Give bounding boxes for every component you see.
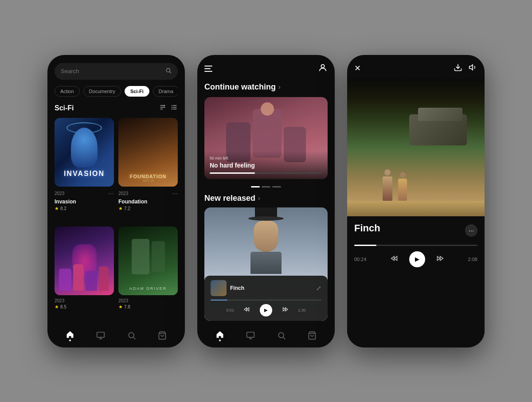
movie-rating-bp: ★8.5 [55,304,114,310]
new-released-title: New released [204,194,255,203]
movie-title-invasion: Invasion [55,199,114,205]
play-button-mini[interactable]: ▶ [260,304,272,316]
continue-progress-bar [210,172,255,174]
forward-10-button[interactable] [435,254,445,265]
movie-card-invasion[interactable]: 2023 ··· Invasion ★8.2 [55,118,114,222]
rewind-button[interactable] [243,305,251,315]
movie-year-foundation: 2023 [118,191,128,196]
svg-line-20 [283,337,286,339]
movie-still [347,79,485,216]
bottom-nav [55,324,178,347]
profile-icon[interactable] [318,63,328,74]
movie-year-driver: 2023 [118,298,128,303]
continue-movie-title: No hard feeling [210,162,322,169]
nav2-home[interactable] [215,330,224,341]
phone-3: ✕ [347,55,485,347]
nav-bag[interactable] [158,331,167,340]
full-player-controls: 00:24 ▶ 2:08 [354,251,477,267]
download-icon[interactable] [454,63,462,74]
svg-point-0 [166,68,170,72]
filter-icon[interactable] [159,104,166,113]
continue-watching-header: Continue watching › [204,82,328,92]
svg-point-19 [278,332,284,338]
finch-movie-card[interactable]: Finch ⤢ 0:01 ▶ [204,207,328,321]
chip-documentary[interactable]: Documentry [83,86,121,97]
nav-home[interactable] [66,330,74,341]
svg-line-1 [170,71,171,73]
section-header: Sci-Fi [55,104,178,113]
movie-year-bp: 2023 [55,298,64,303]
svg-point-6 [164,106,165,108]
svg-rect-13 [97,332,105,337]
new-released-arrow[interactable]: › [258,195,260,202]
dot-3 [272,186,281,187]
search-input[interactable] [61,68,162,74]
nav2-play[interactable] [246,331,255,340]
playback-fill [354,245,376,246]
section-title: Sci-Fi [55,104,74,112]
mini-progress-fill [211,300,227,301]
mini-controls: 0:01 ▶ 1:30 [211,304,321,316]
nav2-bag[interactable] [308,331,317,340]
svg-rect-18 [247,332,254,337]
nav-play[interactable] [96,331,105,340]
mini-player: Finch ⤢ 0:01 ▶ [204,276,328,321]
mini-time-start: 0:01 [226,308,234,312]
nav2-dot [219,340,221,341]
svg-rect-10 [172,105,172,106]
foundation-text: FOUNDATION [130,174,167,179]
phone-1: Action Documentry Sci-Fi Drama Come... S… [47,55,185,347]
more-options-icon[interactable]: ··· [108,190,114,198]
movie-rating-foundation: ★7.2 [118,206,178,211]
mini-progress-bar [211,300,321,301]
driver-name-text: ADAM DRIVER [129,286,167,291]
nav-dot [69,340,71,341]
more-options-button[interactable]: ··· [465,224,477,237]
phone3-controls: Finch ··· 00:24 ▶ [347,216,485,347]
continue-watching-title: Continue watching [204,82,276,92]
continue-watching-card[interactable]: 50 min left No hard feeling [204,97,328,179]
svg-point-5 [164,105,165,106]
total-time: 2:08 [468,257,477,262]
movie-grid: 2023 ··· Invasion ★8.2 FOUNDATION [55,118,178,321]
more-options-icon-foundation[interactable]: ··· [172,190,178,198]
hamburger-icon[interactable] [204,66,212,72]
phone3-header: ✕ [347,55,485,79]
category-chips: Action Documentry Sci-Fi Drama Come... [55,86,178,97]
nav-search[interactable] [127,331,136,340]
phone-2: Continue watching › 50 min left No hard … [197,55,335,347]
chip-scifi[interactable]: Sci-Fi [125,86,149,97]
continue-watching-arrow[interactable]: › [278,83,281,90]
movie-card-blackpanther[interactable]: 2023 ★8.5 [55,226,114,321]
close-icon[interactable]: ✕ [354,63,361,73]
forward-button[interactable] [281,305,289,315]
svg-rect-11 [172,107,172,108]
movie-card-foundation[interactable]: FOUNDATION JULY 16 2023 ··· Foundation ★… [118,118,178,222]
mini-time-end: 1:30 [298,308,306,312]
playback-progress[interactable] [354,245,477,246]
mini-player-info: Finch [211,280,244,296]
section-icons [159,104,178,113]
nav2-search[interactable] [277,331,286,340]
bottom-nav-2 [204,324,328,347]
phone2-header [204,63,328,74]
dot-2 [262,186,270,187]
movie-card-adamdriver[interactable]: ADAM DRIVER 2023 ★7.8 [118,226,178,321]
movie-title-foundation: Foundation [118,199,178,205]
player-movie-title: Finch [354,222,380,234]
play-button-main[interactable]: ▶ [409,251,425,267]
dot-1 [251,186,260,187]
mini-expand-icon[interactable]: ⤢ [316,285,321,292]
movie-rating-driver: ★7.8 [118,304,178,310]
current-time: 00:24 [354,257,367,262]
progress-dots [204,186,328,187]
chip-action[interactable]: Action [55,86,80,97]
volume-icon[interactable] [469,63,477,74]
chip-drama[interactable]: Drama [153,86,178,97]
list-icon[interactable] [171,104,178,113]
rewind-10-button[interactable] [390,254,399,265]
search-icon [165,67,172,75]
svg-point-17 [321,64,324,67]
search-bar[interactable] [55,63,178,80]
new-released-header: New released › [204,194,328,203]
